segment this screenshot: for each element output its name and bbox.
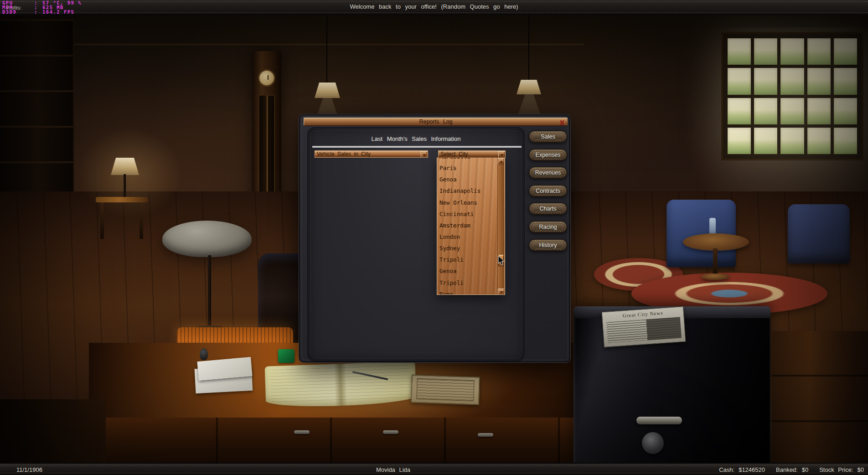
cash-status: Cash: $1246520: [719, 466, 765, 473]
city-combo-value: Select City: [439, 151, 498, 157]
city-list-item[interactable]: Rome: [439, 289, 496, 295]
debug-overlay: GPU : 57 °C, 99 % MEM : 625 MB D3D9 : 16…: [2, 0, 82, 14]
report-type-combo-button[interactable]: [421, 151, 427, 157]
history-button-label: History: [539, 242, 557, 248]
revenues-button[interactable]: Revenues: [529, 167, 567, 179]
report-nav-buttons: Sales Expenses Revenues Contracts Charts…: [529, 131, 567, 251]
city-list-item[interactable]: Indianapolis: [439, 186, 496, 197]
city-list-item[interactable]: Genoa: [439, 174, 496, 186]
revenues-button-label: Revenues: [535, 170, 561, 176]
city-list-item[interactable]: Sydney: [439, 243, 496, 254]
scroll-up-button[interactable]: [498, 158, 504, 165]
reports-log-dialog: Reports Log X Last Month's Sales Informa…: [299, 114, 570, 362]
top-bar: GPU : 57 °C, 99 % MEM : 625 MB D3D9 : 16…: [0, 0, 868, 15]
company-name: Movida Lida: [376, 466, 410, 473]
banked-status: Banked: $0: [776, 466, 808, 473]
welcome-message: Welcome back to your office! (Random Quo…: [0, 3, 868, 10]
stock-label: Stock Price:: [819, 466, 853, 473]
city-items: Marseille Paris Genoa Indianapolis New O…: [437, 157, 496, 295]
debug-fps-label: D3D9: [2, 10, 34, 14]
report-type-combo-value: Vehicle Sales in City: [315, 151, 421, 157]
charts-button[interactable]: Charts: [529, 203, 567, 215]
chevron-down-icon: [423, 154, 426, 156]
city-combo-button[interactable]: [498, 151, 505, 157]
sales-button-label: Sales: [541, 134, 555, 140]
dialog-title: Reports Log: [419, 119, 452, 125]
expenses-button-label: Expenses: [536, 152, 561, 158]
financial-status: Cash: $1246520 Banked: $0 Stock Price: $…: [719, 466, 864, 473]
charts-button-label: Charts: [540, 206, 557, 212]
city-list-item[interactable]: Tripoli: [439, 278, 496, 289]
report-type-combo[interactable]: Vehicle Sales in City: [315, 150, 428, 158]
city-list-item[interactable]: Genoa: [439, 266, 496, 277]
city-list-item[interactable]: London: [439, 232, 496, 243]
contracts-button-label: Contracts: [536, 188, 560, 194]
city-list-scrollbar[interactable]: [497, 158, 504, 295]
city-list-item[interactable]: New Orleans: [439, 197, 496, 209]
city-list-item[interactable]: Marseille: [439, 157, 496, 163]
chevron-down-icon: [500, 154, 504, 156]
heading-divider: [312, 146, 522, 148]
game-date: 11/1/1906: [16, 466, 42, 473]
city-list-item[interactable]: Amsterdam: [439, 220, 496, 232]
dialog-titlebar[interactable]: Reports Log X: [304, 118, 568, 126]
city-combo[interactable]: Select City: [438, 150, 506, 158]
sales-button[interactable]: Sales: [529, 131, 567, 143]
racing-button-label: Racing: [539, 224, 557, 230]
racing-button[interactable]: Racing: [529, 221, 567, 233]
history-button[interactable]: History: [529, 239, 567, 251]
cash-value: $1246520: [739, 466, 765, 473]
scroll-down-button[interactable]: [498, 289, 504, 295]
debug-fps-colon: :: [34, 10, 42, 14]
banked-label: Banked:: [776, 466, 798, 473]
city-dropdown-list: Marseille Paris Genoa Indianapolis New O…: [437, 157, 505, 295]
contracts-button[interactable]: Contracts: [529, 185, 567, 197]
debug-fps-value: 164.2 FPS: [42, 10, 82, 14]
banked-value: $0: [802, 466, 808, 473]
scrollbar-thumb[interactable]: [498, 255, 504, 266]
expenses-button[interactable]: Expenses: [529, 149, 567, 161]
city-list-item[interactable]: Tripoli: [439, 254, 496, 266]
cash-label: Cash:: [719, 466, 734, 473]
debug-fps-line: D3D9 : 164.2 FPS: [2, 10, 82, 14]
close-icon[interactable]: X: [560, 118, 564, 126]
scroll-down-icon: [500, 291, 503, 294]
panel-heading: Last Month's Sales Information: [308, 135, 524, 142]
city-list-item[interactable]: Cincinnati: [439, 209, 496, 220]
status-bar: 11/1/1906 Movida Lida Cash: $1246520 Ban…: [0, 463, 868, 475]
scroll-up-icon: [500, 160, 503, 163]
city-list-item[interactable]: Paris: [439, 163, 496, 174]
report-panel: Last Month's Sales Information Vehicle S…: [307, 127, 525, 361]
stock-value: $0: [858, 466, 864, 473]
stock-status: Stock Price: $0: [819, 466, 864, 473]
